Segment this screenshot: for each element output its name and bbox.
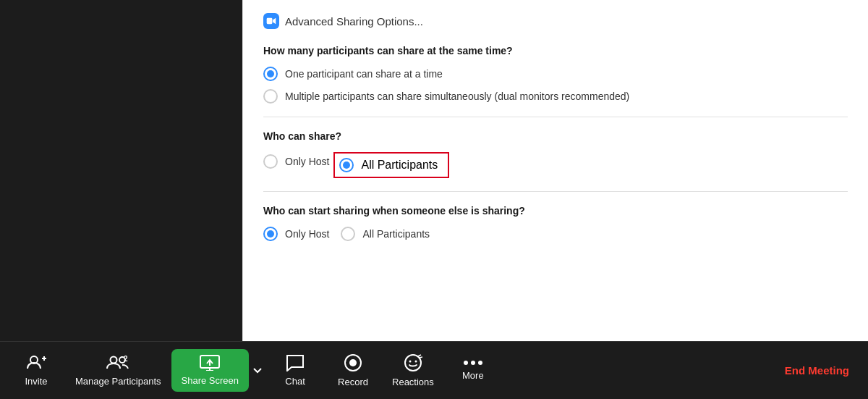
svg-text:2: 2: [124, 355, 128, 363]
invite-label: Invite: [25, 376, 47, 387]
svg-point-18: [464, 361, 468, 365]
invite-button[interactable]: Invite: [7, 348, 65, 392]
share-screen-label: Share Screen: [182, 375, 239, 386]
share-screen-icon: [200, 355, 220, 371]
share-screen-arrow-button[interactable]: [249, 362, 266, 379]
svg-point-15: [414, 361, 417, 363]
record-label: Record: [338, 377, 368, 387]
more-label: More: [462, 370, 484, 381]
popup-title-row: Advanced Sharing Options...: [263, 13, 848, 29]
manage-participants-icon: 2: [106, 354, 129, 371]
radio-all-participants-sharing[interactable]: All Participants: [341, 227, 430, 241]
radio-multiple-participants-label: Multiple participants can share simultan…: [285, 91, 629, 102]
divider-2: [263, 191, 848, 192]
reactions-label: Reactions: [392, 377, 434, 387]
section3-question: Who can start sharing when someone else …: [263, 205, 848, 217]
radio-one-participant[interactable]: One participant can share at a time: [263, 67, 848, 81]
zoom-logo-icon: [263, 13, 279, 29]
svg-point-14: [409, 361, 411, 363]
radio-multiple-participants[interactable]: Multiple participants can share simultan…: [263, 89, 848, 104]
svg-point-4: [111, 357, 117, 364]
section1-question: How many participants can share at the s…: [263, 45, 848, 56]
chat-label: Chat: [285, 376, 305, 387]
radio-multiple-participants-circle[interactable]: [263, 89, 278, 104]
radio-all-participants-circle[interactable]: [339, 158, 354, 172]
more-button[interactable]: More: [444, 354, 502, 387]
radio-only-host-sharing[interactable]: Only Host: [263, 227, 329, 241]
radio-only-host-sharing-label: Only Host: [285, 228, 329, 240]
invite-icon: [26, 354, 46, 371]
reactions-icon: [404, 353, 422, 372]
svg-point-12: [349, 359, 357, 366]
radio-all-participants-sharing-circle[interactable]: [341, 227, 355, 241]
record-button[interactable]: Record: [324, 348, 382, 393]
who-can-share-options: Only Host All Participants: [263, 152, 848, 178]
svg-rect-0: [267, 18, 273, 24]
end-meeting-label: End Meeting: [785, 364, 849, 377]
more-icon: [464, 360, 482, 366]
share-screen-button[interactable]: Share Screen: [171, 349, 250, 392]
manage-participants-button[interactable]: 2 Manage Participants: [65, 348, 171, 392]
chat-button[interactable]: Chat: [266, 348, 324, 392]
record-icon: [344, 353, 362, 372]
popup-title: Advanced Sharing Options...: [285, 15, 423, 28]
all-participants-highlight-box[interactable]: All Participants: [333, 152, 449, 178]
section2-question: Who can share?: [263, 130, 848, 142]
radio-only-host[interactable]: Only Host: [263, 154, 329, 169]
advanced-sharing-options-panel: Advanced Sharing Options... How many par…: [242, 0, 868, 341]
radio-one-participant-circle[interactable]: [263, 67, 278, 81]
divider-1: [263, 117, 848, 117]
share-screen-group: Share Screen: [171, 349, 267, 392]
radio-all-participants-label: All Participants: [361, 159, 438, 172]
svg-point-13: [405, 355, 421, 371]
radio-only-host-circle[interactable]: [263, 154, 278, 169]
radio-all-participants-sharing-label: All Participants: [362, 228, 430, 240]
reactions-button[interactable]: Reactions: [382, 348, 444, 393]
radio-only-host-label: Only Host: [285, 156, 329, 167]
svg-point-20: [478, 361, 482, 365]
svg-line-17: [420, 357, 422, 358]
toolbar: Invite 2 Manage Participants: [0, 341, 868, 399]
radio-only-host-sharing-circle[interactable]: [263, 227, 278, 241]
radio-one-participant-label: One participant can share at a time: [285, 68, 443, 80]
end-meeting-button[interactable]: End Meeting: [773, 358, 861, 382]
svg-line-16: [418, 355, 421, 356]
manage-participants-label: Manage Participants: [75, 376, 161, 387]
svg-point-19: [471, 361, 475, 365]
chat-icon: [286, 354, 305, 371]
